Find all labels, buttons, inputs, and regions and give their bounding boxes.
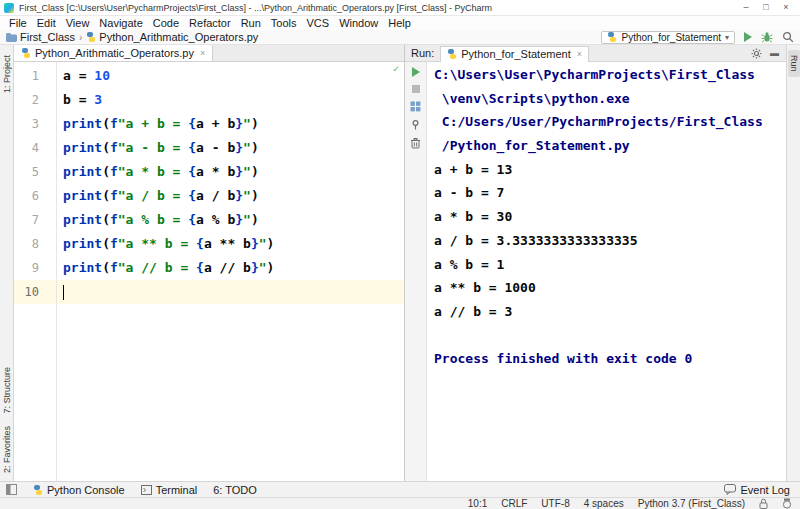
menu-item-vcs[interactable]: VCS <box>302 16 335 30</box>
file-encoding[interactable]: UTF-8 <box>541 498 569 509</box>
toolwindow-label: Python Console <box>47 484 125 496</box>
breadcrumb-project[interactable]: First_Class <box>6 31 75 43</box>
code-token: "a + b = <box>118 116 188 131</box>
window-controls: – □ × <box>736 0 796 15</box>
status-bar: 10:1 CRLF UTF-8 4 spaces Python 3.7 (Fir… <box>0 497 800 509</box>
toolwindow-todo[interactable]: 6: TODO <box>213 484 257 496</box>
sidebar-item-favorites[interactable]: 2: Favorites <box>2 426 12 473</box>
debug-button[interactable] <box>761 31 773 43</box>
pycharm-window: First_Class [C:\Users\User\PycharmProjec… <box>0 0 800 509</box>
run-button[interactable] <box>744 32 752 42</box>
menu-item-code[interactable]: Code <box>148 16 184 30</box>
tab-close-icon[interactable]: × <box>200 48 205 58</box>
console-line: a + b = 13 <box>434 158 786 182</box>
line-separator[interactable]: CRLF <box>501 498 527 509</box>
code-line: print(f"a ** b = {a ** b}") <box>57 232 404 256</box>
code-token: "a * b = <box>118 164 188 179</box>
code-token: a ** b <box>204 236 251 251</box>
code-token: } <box>235 188 243 203</box>
code-token: a = <box>63 68 94 83</box>
python-interpreter[interactable]: Python 3.7 (First_Class) <box>638 498 745 509</box>
toolwindow-terminal[interactable]: Terminal <box>141 484 198 496</box>
code-token: ) <box>251 140 259 155</box>
run-window-title: Run: <box>405 47 440 59</box>
code-token: "a // b = <box>118 260 196 275</box>
python-icon <box>447 49 457 59</box>
code-token: print <box>63 164 102 179</box>
rerun-icon[interactable] <box>412 67 420 77</box>
run-configuration-select[interactable]: Python_for_Statement ▾ <box>601 31 735 44</box>
editor-gutter: 12345678910 <box>14 62 57 481</box>
menu-item-view[interactable]: View <box>61 16 95 30</box>
close-button[interactable]: × <box>776 0 796 15</box>
caret-position[interactable]: 10:1 <box>468 498 487 509</box>
code-token: ( <box>102 260 110 275</box>
hide-panel-icon[interactable]: ▬ <box>770 48 779 58</box>
code-editor[interactable]: 12345678910 ✓ a = 10b = 3print(f"a + b =… <box>14 62 404 481</box>
pycharm-logo-icon <box>4 3 14 13</box>
pin-icon[interactable] <box>410 119 421 130</box>
line-number: 2 <box>14 88 56 112</box>
toolwindow-switcher-icon[interactable] <box>6 484 17 495</box>
breadcrumb-file[interactable]: Python_Arithmatic_Operators.py <box>86 31 258 43</box>
menu-item-navigate[interactable]: Navigate <box>94 16 147 30</box>
console-line: a * b = 30 <box>434 205 786 229</box>
code-text-area[interactable]: ✓ a = 10b = 3print(f"a + b = {a + b}")pr… <box>57 62 404 481</box>
code-token: ) <box>251 116 259 131</box>
code-token: " <box>243 140 251 155</box>
console-line: a % b = 1 <box>434 253 786 277</box>
indent-style[interactable]: 4 spaces <box>584 498 624 509</box>
code-token: " <box>259 260 267 275</box>
menu-item-edit[interactable]: Edit <box>32 16 61 30</box>
code-token: "a % b = <box>118 212 188 227</box>
menu-item-run[interactable]: Run <box>236 16 266 30</box>
chevron-right-icon: › <box>79 32 82 43</box>
editor-tab[interactable]: Python_Arithmatic_Operators.py × <box>14 45 213 61</box>
code-token: print <box>63 212 102 227</box>
event-log-balloon-icon <box>724 484 736 495</box>
minimize-button[interactable]: – <box>736 0 756 15</box>
code-token: a - b <box>196 140 235 155</box>
code-line: print(f"a * b = {a * b}") <box>57 160 404 184</box>
stop-icon[interactable] <box>411 84 421 94</box>
left-toolwindow-stripe: 1: Project 7: Structure 2: Favorites <box>0 45 14 481</box>
line-number: 3 <box>14 112 56 136</box>
code-token: " <box>243 212 251 227</box>
inspection-ok-icon: ✓ <box>393 63 399 74</box>
tab-close-icon[interactable]: × <box>577 49 582 59</box>
toolwindow-python-console[interactable]: Python Console <box>33 484 125 496</box>
sidebar-item-structure[interactable]: 7: Structure <box>2 367 12 414</box>
code-token: f <box>110 236 118 251</box>
hector-inspections-icon[interactable] <box>782 498 792 509</box>
run-tab[interactable]: Python_for_Statement × <box>440 46 589 62</box>
menu-item-help[interactable]: Help <box>383 16 416 30</box>
maximize-button[interactable]: □ <box>756 0 776 15</box>
console-output[interactable]: C:\Users\User\PycharmProjects\First_Clas… <box>427 62 786 481</box>
console-line: \venv\Scripts\python.exe <box>434 87 786 111</box>
code-token: { <box>188 188 196 203</box>
menu-item-tools[interactable]: Tools <box>266 16 302 30</box>
menu-item-window[interactable]: Window <box>334 16 383 30</box>
right-toolwindow-stripe: Run <box>786 45 800 481</box>
code-token: ( <box>102 212 110 227</box>
code-token: { <box>196 236 204 251</box>
restore-layout-icon[interactable] <box>410 101 421 112</box>
sidebar-item-run[interactable]: Run <box>788 50 800 77</box>
code-token: ) <box>251 212 259 227</box>
gear-icon[interactable] <box>751 48 762 59</box>
search-everywhere-button[interactable] <box>782 31 794 43</box>
menu-item-refactor[interactable]: Refactor <box>184 16 236 30</box>
bottom-toolwindow-bar: Python Console Terminal 6: TODO Event Lo… <box>0 481 800 497</box>
code-token: a // b <box>204 260 251 275</box>
menu-item-file[interactable]: File <box>4 16 32 30</box>
code-token: ) <box>267 236 275 251</box>
code-token: b = <box>63 92 94 107</box>
readonly-lock-icon[interactable] <box>759 498 768 509</box>
toolwindow-event-log[interactable]: Event Log <box>724 484 794 496</box>
console-line: a - b = 7 <box>434 181 786 205</box>
code-token: ) <box>251 188 259 203</box>
console-line: a ** b = 1000 <box>434 276 786 300</box>
clear-all-trash-icon[interactable] <box>410 137 421 149</box>
sidebar-item-project[interactable]: 1: Project <box>2 55 12 93</box>
terminal-icon <box>141 485 152 495</box>
